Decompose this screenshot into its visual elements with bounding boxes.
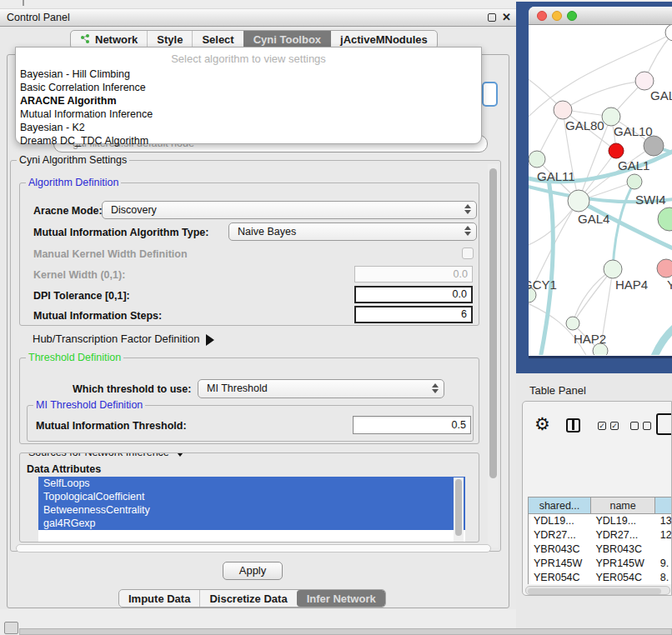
algo-item-mutual-information-inference[interactable]: Mutual Information Inference	[16, 108, 481, 121]
focused-combo-fragment[interactable]	[482, 82, 498, 107]
table-cell: YDL19...	[590, 514, 654, 528]
apply-button[interactable]: Apply	[223, 562, 283, 580]
settings-vertical-scrollbar[interactable]	[488, 164, 499, 548]
table-horizontal-scrollbar[interactable]	[525, 586, 670, 595]
gene-table[interactable]: shared...name YDL19...YDL19...13YDR27...…	[528, 497, 672, 584]
control-panel-title: Control Panel	[7, 12, 70, 23]
table-row[interactable]: YBR043CYBR043C	[529, 542, 672, 557]
node-label-GAL11: GAL11	[537, 169, 575, 183]
algorithm-dropdown-list: Bayesian - Hill ClimbingBasic Correlatio…	[16, 68, 481, 148]
settings-horizontal-scrollbar[interactable]	[16, 544, 491, 552]
mi-threshold-definition-group: MI Threshold Definition Mutual Informati…	[27, 405, 474, 442]
tab-infer-network[interactable]: Infer Network	[297, 590, 385, 607]
aracne-mode-combobox[interactable]: Discovery	[102, 201, 477, 219]
threshold-definition-title: Threshold Definition	[26, 352, 123, 363]
node-gray[interactable]	[644, 136, 664, 156]
node-SWI4[interactable]	[627, 174, 642, 189]
node-HAP4[interactable]	[604, 260, 622, 278]
table-cell: YDR27...	[529, 528, 591, 542]
sources-group-title[interactable]: Sources for Network Inference	[26, 452, 188, 458]
node-GAL80[interactable]	[554, 101, 572, 119]
table-clip: shared...name YDL19...YDL19...13YDR27...…	[525, 449, 672, 584]
sources-title-text: Sources for Network Inference	[28, 452, 169, 458]
algo-item-dream8-dc-tdc-algorithm[interactable]: Dream8 DC_TDC Algorithm	[16, 134, 481, 148]
network-canvas[interactable]: GAL7GAL80GAL10GAL1GAL11SWI4GAL4GCY1HAP4Y…	[529, 25, 672, 355]
table-row[interactable]: YDL19...YDL19...13	[529, 514, 672, 528]
tab-cyni-toolbox[interactable]: Cyni Toolbox	[243, 31, 330, 48]
tab-impute-data[interactable]: Impute Data	[119, 590, 199, 607]
which-threshold-combobox[interactable]: MI Threshold	[198, 379, 444, 398]
minimized-panel-icon[interactable]	[4, 622, 18, 634]
mi-steps-field[interactable]: 6	[354, 306, 473, 323]
attribute-item-selfloops[interactable]: SelfLoops	[38, 477, 465, 490]
tab-discretize-data[interactable]: Discretize Data	[199, 590, 296, 607]
column-browser-icon[interactable]	[566, 418, 580, 432]
table-row[interactable]: YDR27...YDR27...12	[529, 528, 672, 542]
checked-boxes-icon[interactable]: ✓✓	[598, 422, 619, 430]
tab-style[interactable]: Style	[147, 31, 192, 48]
hub-definition-toggle[interactable]: Hub/Transcription Factor Definition	[33, 332, 214, 346]
network-edge	[563, 81, 644, 110]
manual-kernel-checkbox[interactable]	[462, 248, 474, 259]
algo-item-bayesian-hill-climbing[interactable]: Bayesian - Hill Climbing	[16, 68, 481, 81]
tab-network[interactable]: Network	[71, 31, 147, 48]
gear-icon[interactable]: ⚙	[534, 415, 550, 432]
tab-label: Style	[157, 33, 183, 46]
node-green-right[interactable]	[658, 208, 672, 231]
dpi-tolerance-field[interactable]: 0.0	[354, 286, 473, 303]
network-edge	[529, 300, 589, 355]
scrollbar-thumb[interactable]	[489, 168, 497, 478]
node-GAL4[interactable]	[568, 190, 589, 212]
kernel-width-field[interactable]: 0.0	[354, 266, 473, 282]
algo-item-basic-correlation-inference[interactable]: Basic Correlation Inference	[16, 81, 481, 94]
table-row[interactable]: YER054CYER054C8.	[529, 571, 672, 585]
column-header-name[interactable]: name	[590, 498, 654, 514]
collapsed-arrow-icon	[206, 334, 214, 346]
node-GAL10[interactable]	[602, 108, 620, 126]
tab-jactivemnodules[interactable]: jActiveMNodules	[330, 31, 437, 48]
tab-label: Network	[95, 33, 138, 46]
node-salmon[interactable]	[657, 259, 672, 278]
column-header-2[interactable]	[655, 498, 672, 514]
table-panel-title: Table Panel	[529, 384, 586, 397]
mi-threshold-field[interactable]: 0.5	[353, 416, 471, 434]
network-window-titlebar[interactable]	[529, 7, 672, 25]
node-GAL11[interactable]	[529, 151, 545, 168]
document-icon[interactable]	[656, 413, 672, 435]
node-label-GAL80: GAL80	[565, 118, 604, 132]
unchecked-boxes-icon[interactable]	[630, 422, 651, 430]
table-cell: YDL19...	[529, 514, 591, 528]
close-icon[interactable]: ✕	[502, 11, 511, 23]
attribute-item-betweennesscentrality[interactable]: BetweennessCentrality	[38, 503, 465, 517]
node-HAP2[interactable]	[566, 317, 579, 330]
tab-select[interactable]: Select	[192, 31, 243, 48]
attributes-scrollbar[interactable]	[454, 478, 464, 542]
node-GAL7[interactable]	[635, 72, 654, 90]
table-cell: YBR043C	[590, 542, 654, 557]
algorithm-definition-group: Algorithm Definition Aracne Mode: Discov…	[19, 182, 479, 326]
attribute-item-topologicalcoefficient[interactable]: TopologicalCoefficient	[38, 490, 465, 503]
dpi-tolerance-label: DPI Tolerance [0,1]:	[33, 290, 130, 302]
column-header-shared[interactable]: shared...	[529, 498, 591, 514]
algo-item-bayesian-k2[interactable]: Bayesian - K2	[16, 121, 481, 134]
close-traffic-light-icon[interactable]	[537, 11, 547, 21]
minimize-traffic-light-icon[interactable]	[552, 11, 562, 21]
node-top-right[interactable]	[665, 25, 672, 41]
control-panel: Control Panel ✕ NetworkStyleSelectCyni T…	[0, 8, 516, 609]
zoom-traffic-light-icon[interactable]	[567, 11, 577, 21]
node-bottom[interactable]	[593, 343, 608, 355]
mi-type-combobox[interactable]: Naive Bayes	[228, 222, 477, 241]
algo-item-aracne-algorithm[interactable]: ARACNE Algorithm	[16, 94, 481, 108]
float-icon[interactable]	[488, 13, 496, 22]
scrollbar-thumb[interactable]	[455, 479, 462, 536]
table-panel-body: ⚙ ✓✓ shared...name YDL19...YDL19...13YDR…	[522, 401, 672, 596]
kernel-width-label: Kernel Width (0,1):	[33, 269, 125, 281]
table-row[interactable]: YPR145WYPR145W9.	[529, 557, 672, 571]
attribute-item-gal4rgexp[interactable]: gal4RGexp	[38, 517, 465, 530]
scrollbar-thumb[interactable]	[528, 588, 661, 594]
table-panel: Table Panel ⚙ ✓✓ shared...name YDL19...Y…	[516, 373, 672, 635]
node-label-GCY1: GCY1	[529, 278, 557, 292]
node-GAL1[interactable]	[609, 143, 624, 158]
algorithm-dropdown-popup: Select algorithm to view settings Bayesi…	[15, 47, 482, 144]
network-edge	[573, 269, 613, 323]
